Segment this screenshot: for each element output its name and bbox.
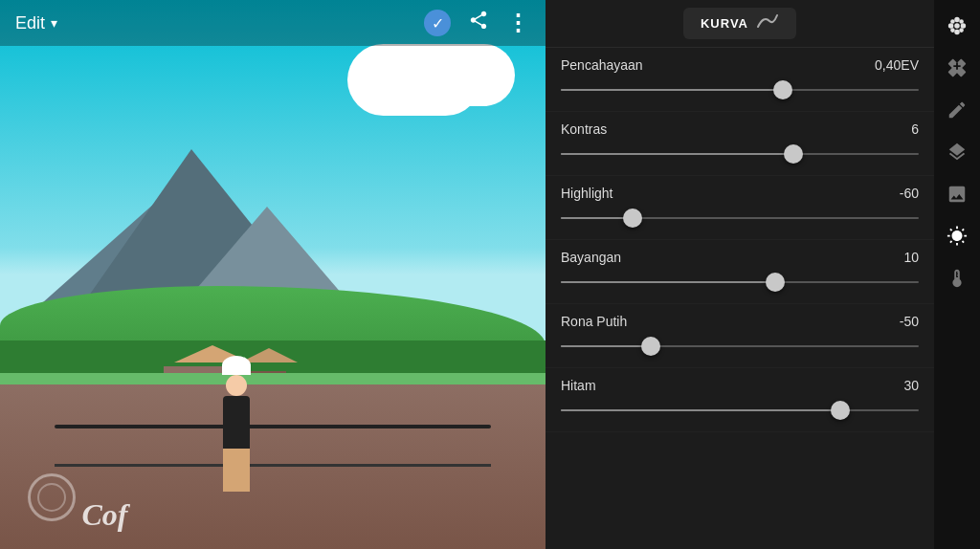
controls-panel: KURVA Pencahayaan 0,40EV — [546, 0, 934, 549]
edit-label: Edit — [15, 13, 45, 33]
svg-point-2 — [954, 30, 960, 34]
photo-image: Cof — [0, 0, 546, 549]
hitam-value: 30 — [876, 378, 919, 393]
right-panel: KURVA Pencahayaan 0,40EV — [546, 0, 980, 549]
icon-sidebar — [934, 0, 980, 549]
svg-point-0 — [954, 23, 960, 29]
hitam-slider-item: Hitam 30 — [546, 368, 934, 432]
svg-point-4 — [961, 23, 967, 29]
pencahayaan-value: 0,40EV — [875, 57, 919, 73]
kontras-value: 6 — [876, 121, 919, 137]
sliders-container: Pencahayaan 0,40EV Kontras 6 — [546, 48, 934, 432]
share-icon[interactable] — [468, 10, 489, 36]
svg-point-1 — [954, 17, 960, 23]
svg-point-6 — [959, 19, 964, 24]
bayangan-track[interactable] — [561, 273, 919, 292]
more-icon[interactable]: ⋮ — [506, 10, 530, 36]
brightness-icon[interactable] — [939, 218, 975, 254]
top-bar-actions: ✓ ⋮ — [424, 10, 530, 36]
svg-point-7 — [950, 28, 955, 33]
hitam-label: Hitam — [561, 378, 596, 393]
hitam-track[interactable] — [561, 401, 919, 420]
svg-point-5 — [950, 19, 955, 24]
svg-point-8 — [959, 28, 964, 33]
kontras-label: Kontras — [561, 121, 607, 137]
kurva-label: KURVA — [701, 16, 748, 31]
layers-icon[interactable] — [939, 134, 975, 170]
bayangan-label: Bayangan — [561, 250, 621, 265]
rona-putih-value: -50 — [876, 314, 919, 329]
rona-putih-track[interactable] — [561, 337, 919, 356]
rona-putih-slider-item: Rona Putih -50 — [546, 304, 934, 368]
highlight-slider-item: Highlight -60 — [546, 176, 934, 240]
pencahayaan-track[interactable] — [561, 80, 919, 99]
kontras-track[interactable] — [561, 144, 919, 164]
chevron-down-icon: ▾ — [51, 15, 57, 31]
top-bar: Edit ▾ ✓ ⋮ — [0, 0, 546, 46]
kurva-button[interactable]: KURVA — [683, 8, 796, 39]
photo-enhance-icon[interactable] — [939, 176, 975, 212]
highlight-value: -60 — [876, 186, 919, 201]
graffiti-text: Cof — [82, 497, 128, 533]
person-figure — [208, 361, 265, 494]
heal-icon[interactable] — [939, 50, 975, 86]
edit-dropdown[interactable]: Edit ▾ — [15, 13, 57, 33]
kontras-slider-item: Kontras 6 — [546, 112, 934, 176]
flower-icon[interactable] — [939, 8, 975, 44]
confirm-button[interactable]: ✓ — [424, 10, 451, 36]
controls-header: KURVA — [546, 0, 934, 48]
temperature-icon[interactable] — [939, 260, 975, 296]
highlight-label: Highlight — [561, 186, 612, 201]
pencahayaan-label: Pencahayaan — [561, 57, 643, 73]
curve-icon — [756, 13, 779, 33]
rona-putih-label: Rona Putih — [561, 314, 627, 329]
bayangan-slider-item: Bayangan 10 — [546, 240, 934, 304]
bayangan-value: 10 — [876, 250, 919, 265]
photo-panel: Edit ▾ ✓ ⋮ — [0, 0, 546, 549]
highlight-track[interactable] — [561, 209, 919, 228]
pencahayaan-slider-item: Pencahayaan 0,40EV — [546, 48, 934, 112]
svg-point-3 — [948, 23, 954, 29]
crop-icon[interactable] — [939, 92, 975, 128]
